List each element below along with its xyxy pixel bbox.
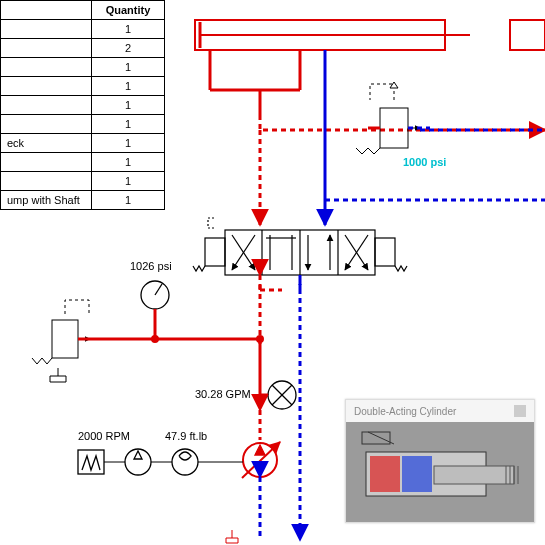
- variable-pump[interactable]: [242, 442, 280, 478]
- regulator-pressure-label: 1000 psi: [403, 156, 446, 168]
- svg-point-59: [172, 449, 198, 475]
- pressure-gauge[interactable]: [141, 281, 169, 330]
- svg-rect-69: [362, 432, 390, 444]
- svg-rect-63: [402, 456, 432, 492]
- component-tooltip[interactable]: Double-Acting Cylinder: [345, 399, 535, 523]
- schematic-canvas[interactable]: { "table": { "header_qty": "Quantity", "…: [0, 0, 545, 545]
- torque-label: 47.9 ft.lb: [165, 430, 207, 442]
- coupling-2: [172, 449, 198, 475]
- relief-valve-left[interactable]: [32, 300, 90, 382]
- coupling-1: [125, 449, 151, 475]
- double-acting-cylinder[interactable]: [195, 20, 545, 50]
- svg-point-57: [125, 449, 151, 475]
- svg-point-43: [153, 337, 158, 342]
- svg-rect-62: [370, 456, 400, 492]
- svg-rect-15: [380, 108, 408, 148]
- directional-valve[interactable]: [193, 218, 407, 275]
- pressure-gauge-label: 1026 psi: [130, 260, 172, 272]
- electric-motor[interactable]: [78, 450, 104, 474]
- pressure-regulator[interactable]: [356, 82, 430, 154]
- flow-rate-label: 30.28 GPM: [195, 388, 251, 400]
- svg-rect-33: [375, 238, 395, 266]
- svg-rect-64: [434, 466, 514, 484]
- flow-meter[interactable]: [260, 380, 296, 409]
- tooltip-preview: [346, 422, 534, 522]
- svg-rect-32: [205, 238, 225, 266]
- svg-rect-3: [510, 20, 545, 50]
- tooltip-close-icon[interactable]: [514, 405, 526, 417]
- svg-rect-39: [52, 320, 78, 358]
- svg-line-37: [155, 284, 162, 295]
- motor-speed-label: 2000 RPM: [78, 430, 130, 442]
- tooltip-title: Double-Acting Cylinder: [354, 406, 456, 417]
